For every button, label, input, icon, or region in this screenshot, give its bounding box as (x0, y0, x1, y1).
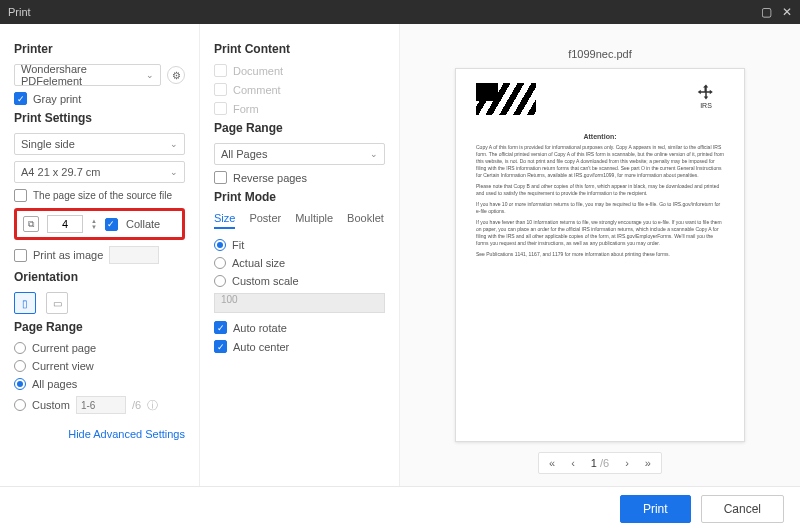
custom-range-suffix: /6 (132, 399, 141, 411)
custom-range-input[interactable] (76, 396, 126, 414)
tab-poster[interactable]: Poster (249, 212, 281, 229)
titlebar: Print ▢ ✕ (0, 0, 800, 24)
chevron-down-icon: ⌄ (170, 139, 178, 149)
print-as-image-label: Print as image (33, 249, 103, 261)
fit-radio[interactable] (214, 239, 226, 251)
print-as-image-checkbox[interactable] (14, 249, 27, 262)
custom-range-label: Custom (32, 399, 70, 411)
doc-label: Document (233, 65, 283, 77)
preview-body: Attention: Copy A of this form is provid… (476, 133, 724, 258)
fit-label: Fit (232, 239, 244, 251)
window-title: Print (8, 6, 761, 18)
custom-scale-input: 100 (214, 293, 385, 313)
orientation-landscape[interactable]: ▭ (46, 292, 68, 314)
printer-header: Printer (14, 42, 185, 56)
chevron-down-icon: ⌄ (170, 167, 178, 177)
column-printer-settings: Printer Wondershare PDFelement ⌄ ⚙ ✓ Gra… (0, 24, 200, 486)
custom-scale-label: Custom scale (232, 275, 299, 287)
chevron-down-icon: ⌄ (370, 149, 378, 159)
reverse-checkbox[interactable] (214, 171, 227, 184)
copies-icon: ⧉ (23, 216, 39, 232)
dialog-footer: Print Cancel (0, 486, 800, 531)
all-pages-radio[interactable] (14, 378, 26, 390)
reverse-label: Reverse pages (233, 172, 307, 184)
tab-booklet[interactable]: Booklet (347, 212, 384, 229)
pager-current: 1 /6 (591, 457, 609, 469)
custom-range-radio[interactable] (14, 399, 26, 411)
preview-p4: If you have fewer than 10 information re… (476, 219, 724, 247)
all-pages-label: All pages (32, 378, 77, 390)
print-content-header: Print Content (214, 42, 385, 56)
page-range-header-mid: Page Range (214, 121, 385, 135)
preview-p1: Copy A of this form is provided for info… (476, 144, 724, 179)
print-settings-header: Print Settings (14, 111, 185, 125)
copies-spinner[interactable]: ▲▼ (91, 218, 97, 230)
window-controls: ▢ ✕ (761, 5, 792, 19)
column-preview: f1099nec.pdf IRS Attention: Copy A of th… (400, 24, 800, 486)
tab-size[interactable]: Size (214, 212, 235, 229)
comment-checkbox (214, 83, 227, 96)
actual-label: Actual size (232, 257, 285, 269)
current-view-label: Current view (32, 360, 94, 372)
paper-select[interactable]: A4 21 x 29.7 cm ⌄ (14, 161, 185, 183)
column-print-content: Print Content Document Comment Form Page… (200, 24, 400, 486)
cancel-button[interactable]: Cancel (701, 495, 784, 523)
preview-p2: Please note that Copy B and other copies… (476, 183, 724, 197)
irs-logo: IRS (692, 83, 720, 111)
preview-p5: See Publications 1141, 1167, and 1179 fo… (476, 251, 724, 258)
comment-label: Comment (233, 84, 281, 96)
preview-pager: « ‹ 1 /6 › » (538, 452, 662, 474)
printer-properties-button[interactable]: ⚙ (167, 66, 185, 84)
preview-filename: f1099nec.pdf (568, 48, 632, 60)
current-page-label: Current page (32, 342, 96, 354)
chevron-down-icon: ⌄ (146, 70, 154, 80)
auto-rotate-label: Auto rotate (233, 322, 287, 334)
printer-select-value: Wondershare PDFelement (21, 63, 146, 87)
hide-advanced-link[interactable]: Hide Advanced Settings (14, 428, 185, 440)
orientation-header: Orientation (14, 270, 185, 284)
actual-radio[interactable] (214, 257, 226, 269)
orientation-portrait[interactable]: ▯ (14, 292, 36, 314)
page-range-select[interactable]: All Pages ⌄ (214, 143, 385, 165)
copies-highlight: ⧉ ▲▼ ✓ Collate (14, 208, 185, 240)
auto-center-checkbox[interactable]: ✓ (214, 340, 227, 353)
print-mode-header: Print Mode (214, 190, 385, 204)
auto-center-label: Auto center (233, 341, 289, 353)
dialog-body: Printer Wondershare PDFelement ⌄ ⚙ ✓ Gra… (0, 24, 800, 486)
preview-page: IRS Attention: Copy A of this form is pr… (455, 68, 745, 442)
gray-print-label: Gray print (33, 93, 81, 105)
sides-value: Single side (21, 138, 75, 150)
pager-next-icon[interactable]: › (625, 457, 629, 469)
preview-p3: If you have 10 or more information retur… (476, 201, 724, 215)
scale-value: 100 (221, 294, 238, 305)
page-size-source-checkbox[interactable] (14, 189, 27, 202)
us-flag-graphic (476, 83, 536, 115)
pager-last-icon[interactable]: » (645, 457, 651, 469)
pager-first-icon[interactable]: « (549, 457, 555, 469)
print-mode-tabs: Size Poster Multiple Booklet (214, 212, 385, 229)
page-range-value: All Pages (221, 148, 267, 160)
auto-rotate-checkbox[interactable]: ✓ (214, 321, 227, 334)
pager-prev-icon[interactable]: ‹ (571, 457, 575, 469)
collate-checkbox[interactable]: ✓ (105, 218, 118, 231)
copies-input[interactable] (47, 215, 83, 233)
sides-select[interactable]: Single side ⌄ (14, 133, 185, 155)
print-button[interactable]: Print (620, 495, 691, 523)
page-size-source-label: The page size of the source file (33, 190, 172, 201)
form-label: Form (233, 103, 259, 115)
printer-select[interactable]: Wondershare PDFelement ⌄ (14, 64, 161, 86)
form-checkbox (214, 102, 227, 115)
page-range-header-left: Page Range (14, 320, 185, 334)
tab-multiple[interactable]: Multiple (295, 212, 333, 229)
current-view-radio[interactable] (14, 360, 26, 372)
custom-scale-radio[interactable] (214, 275, 226, 287)
close-icon[interactable]: ✕ (782, 5, 792, 19)
attention-heading: Attention: (476, 133, 724, 140)
maximize-icon[interactable]: ▢ (761, 5, 772, 19)
current-page-radio[interactable] (14, 342, 26, 354)
paper-value: A4 21 x 29.7 cm (21, 166, 101, 178)
info-icon[interactable]: ⓘ (147, 398, 158, 413)
gray-print-checkbox[interactable]: ✓ (14, 92, 27, 105)
doc-checkbox (214, 64, 227, 77)
collate-label: Collate (126, 218, 160, 230)
